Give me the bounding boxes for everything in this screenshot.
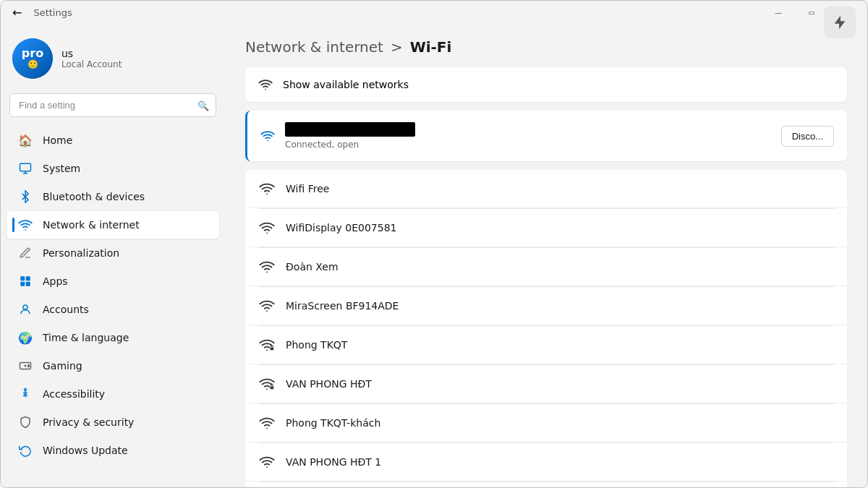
network-name: Phong TKQT [286, 339, 347, 351]
list-item[interactable]: WifiDisplay 0E007581 [245, 209, 847, 247]
svg-point-17 [267, 140, 268, 142]
svg-point-18 [266, 193, 268, 194]
sidebar-item-network-label: Network & internet [43, 219, 140, 231]
sidebar-item-bluetooth[interactable]: Bluetooth & devices [7, 183, 219, 210]
breadcrumb-current: Wi-Fi [410, 38, 452, 56]
titlebar-title: Settings [33, 7, 72, 18]
sidebar-item-update[interactable]: Windows Update [7, 437, 219, 464]
sidebar-item-privacy[interactable]: Privacy & security [7, 408, 219, 436]
smile-icon: 🙂 [27, 59, 38, 69]
sidebar-item-privacy-label: Privacy & security [43, 416, 134, 428]
show-networks-icon [258, 77, 273, 92]
wifi-icon [258, 297, 276, 314]
sidebar-item-personalization[interactable]: Personalization [7, 239, 219, 267]
svg-point-22 [266, 349, 268, 351]
search-box: 🔍 [9, 93, 216, 117]
svg-point-26 [266, 427, 268, 429]
sidebar-item-system[interactable]: System [7, 155, 219, 182]
minimize-button[interactable]: — [762, 1, 795, 24]
sidebar-item-accessibility-label: Accessibility [43, 388, 105, 400]
list-item[interactable]: VAN PHONG HĐT 1 [245, 443, 847, 481]
svg-point-21 [266, 310, 268, 312]
show-networks-label: Show available networks [283, 79, 409, 90]
list-item[interactable]: Phong TKQT [245, 326, 847, 364]
search-input[interactable] [9, 93, 216, 117]
bluetooth-icon [18, 189, 33, 204]
show-networks-item[interactable]: Show available networks [245, 67, 847, 102]
sidebar-item-gaming-label: Gaming [43, 360, 82, 372]
svg-rect-25 [271, 387, 274, 390]
svg-point-13 [28, 366, 30, 367]
network-name: MiraScreen BF914ADE [286, 300, 399, 312]
nav-menu: 🏠 Home System Bluetooth & devices [1, 126, 225, 465]
list-item[interactable]: MiraScreen BF914ADE [245, 287, 847, 325]
svg-point-3 [25, 229, 26, 231]
titlebar: ← Settings — ▭ ✕ [1, 1, 867, 24]
wifi-icon [258, 219, 276, 236]
connected-network-name [285, 122, 415, 137]
sidebar-item-accessibility[interactable]: Accessibility [7, 380, 219, 408]
user-profile: pro 🙂 us Local Account [1, 24, 225, 90]
accounts-icon [18, 302, 33, 317]
wifi-icon [258, 258, 276, 275]
connected-wifi-info: Connected, open [285, 122, 834, 150]
sidebar-item-apps-label: Apps [43, 275, 68, 287]
network-name: Đoàn Xem [286, 261, 339, 273]
search-icon: 🔍 [197, 100, 209, 111]
svg-rect-0 [20, 163, 31, 171]
wifi-icon [258, 414, 276, 432]
sidebar-item-home[interactable]: 🏠 Home [7, 127, 219, 154]
sidebar-item-time[interactable]: 🌍 Time & language [7, 324, 219, 351]
svg-rect-6 [20, 282, 25, 286]
gaming-icon [18, 359, 33, 373]
pro-label: pro [22, 48, 43, 59]
list-item[interactable]: Phong TKQT-khách [245, 404, 847, 442]
sidebar-item-gaming[interactable]: Gaming [7, 352, 219, 380]
svg-rect-4 [20, 276, 25, 281]
sidebar-item-accounts[interactable]: Accounts [7, 296, 219, 323]
connected-network-card: Connected, open Disco... [245, 111, 847, 161]
sidebar-item-apps[interactable]: Apps [7, 267, 219, 295]
page-header: Network & internet > Wi-Fi [225, 24, 867, 67]
time-icon: 🌍 [18, 330, 33, 345]
sidebar-item-system-label: System [43, 163, 80, 174]
disconnect-button[interactable]: Disco... [781, 126, 834, 147]
svg-point-16 [265, 89, 266, 90]
network-name: Phong TKQT-khách [286, 417, 380, 429]
connected-wifi-icon [260, 129, 275, 143]
app-container: pro 🙂 us Local Account 🔍 🏠 Home [1, 24, 867, 488]
svg-rect-5 [26, 276, 30, 281]
list-item[interactable]: VAN PHONG HĐT [245, 365, 847, 403]
sidebar-item-time-label: Time & language [43, 332, 129, 343]
back-button[interactable]: ← [7, 6, 27, 20]
privacy-icon [18, 415, 33, 429]
sidebar-item-network[interactable]: Network & internet [7, 211, 219, 239]
window: ← Settings — ▭ ✕ pro 🙂 [0, 0, 868, 488]
accessibility-icon [18, 387, 33, 401]
list-item[interactable]: PHONG LVBKS [245, 482, 847, 488]
connected-status: Connected, open [285, 140, 834, 150]
topbar-area [824, 7, 856, 38]
sidebar-item-update-label: Windows Update [43, 445, 128, 456]
svg-point-8 [23, 305, 27, 309]
topbar-app-icon[interactable] [824, 7, 856, 38]
network-icon [18, 218, 33, 232]
sidebar-item-home-label: Home [43, 134, 72, 146]
svg-rect-23 [271, 348, 274, 351]
update-icon [18, 443, 33, 458]
wifi-lock-icon [258, 336, 276, 354]
breadcrumb-parent: Network & internet [245, 38, 383, 56]
list-item[interactable]: Đoàn Xem [245, 248, 847, 286]
list-item[interactable]: Wifi Free [245, 170, 847, 208]
personalization-icon [18, 246, 33, 260]
sidebar-item-personalization-label: Personalization [43, 247, 119, 259]
svg-point-27 [266, 466, 268, 468]
wifi-lock-icon [258, 375, 276, 393]
sidebar-item-accounts-label: Accounts [43, 304, 89, 315]
wifi-icon [258, 453, 276, 471]
user-type: Local Account [61, 59, 122, 69]
svg-point-14 [25, 389, 27, 391]
avatar-logo: pro 🙂 [12, 38, 53, 79]
user-info: us Local Account [61, 48, 122, 69]
svg-point-24 [266, 388, 268, 390]
